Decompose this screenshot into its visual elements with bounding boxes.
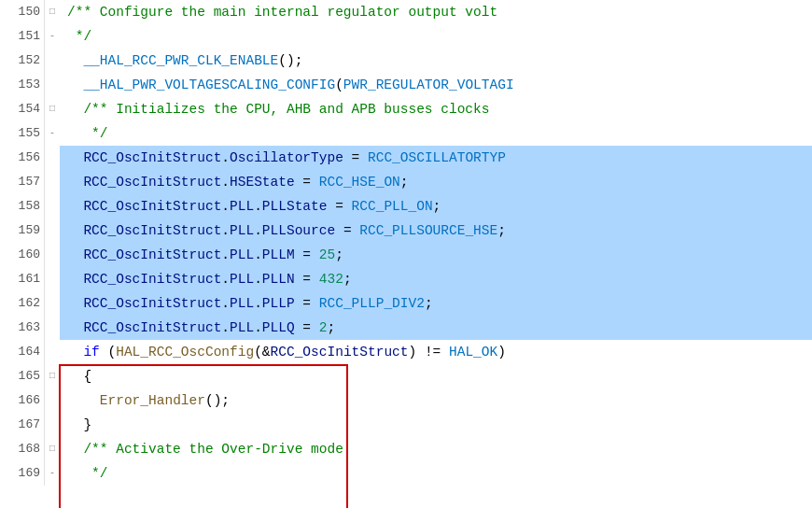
- line-content: __HAL_PWR_VOLTAGESCALING_CONFIG(PWR_REGU…: [60, 73, 812, 97]
- line-number: 168: [0, 437, 45, 461]
- line-content: */: [60, 461, 812, 486]
- fold-icon: [45, 243, 60, 267]
- line-content: __HAL_RCC_PWR_CLK_ENABLE();: [60, 49, 812, 73]
- fold-icon: [45, 413, 60, 437]
- line-number: 158: [0, 194, 45, 219]
- table-row: 154 □ /** Initializes the CPU, AHB and A…: [0, 97, 812, 121]
- line-number: 156: [0, 146, 45, 170]
- line-content: RCC_OscInitStruct.PLL.PLLQ = 2;: [60, 316, 812, 340]
- fold-icon[interactable]: -: [45, 121, 60, 146]
- line-content: /** Configure the main internal regulato…: [60, 0, 812, 24]
- fold-icon: [45, 316, 60, 340]
- line-number: 161: [0, 267, 45, 291]
- fold-icon: [45, 388, 60, 413]
- fold-icon[interactable]: -: [45, 461, 60, 486]
- line-content: RCC_OscInitStruct.PLL.PLLP = RCC_PLLP_DI…: [60, 291, 812, 316]
- table-row: 150 □ /** Configure the main internal re…: [0, 0, 812, 24]
- line-number: 165: [0, 364, 45, 388]
- table-row: 153 __HAL_PWR_VOLTAGESCALING_CONFIG(PWR_…: [0, 73, 812, 97]
- line-number: 162: [0, 291, 45, 316]
- line-content: */: [60, 121, 812, 146]
- line-number: 166: [0, 388, 45, 413]
- table-row: 152 __HAL_RCC_PWR_CLK_ENABLE();: [0, 49, 812, 73]
- fold-icon: [45, 146, 60, 170]
- fold-icon: [45, 291, 60, 316]
- table-row: 168 □ /** Activate the Over-Drive mode: [0, 437, 812, 461]
- table-row: 151 - */: [0, 24, 812, 49]
- fold-icon[interactable]: -: [45, 24, 60, 49]
- line-content: RCC_OscInitStruct.PLL.PLLSource = RCC_PL…: [60, 219, 812, 243]
- code-editor: 150 □ /** Configure the main internal re…: [0, 0, 812, 508]
- fold-icon[interactable]: □: [45, 364, 60, 388]
- line-content: }: [60, 413, 812, 437]
- line-number: 154: [0, 97, 45, 121]
- table-row: 166 Error_Handler();: [0, 388, 812, 413]
- fold-icon: [45, 194, 60, 219]
- table-row: 156 RCC_OscInitStruct.OscillatorType = R…: [0, 146, 812, 170]
- line-number: 169: [0, 461, 45, 486]
- table-row: 159 RCC_OscInitStruct.PLL.PLLSource = RC…: [0, 219, 812, 243]
- fold-icon[interactable]: □: [45, 0, 60, 24]
- line-number: 159: [0, 219, 45, 243]
- table-row: 160 RCC_OscInitStruct.PLL.PLLM = 25;: [0, 243, 812, 267]
- fold-icon[interactable]: □: [45, 437, 60, 461]
- line-content: /** Initializes the CPU, AHB and APB bus…: [60, 97, 812, 121]
- line-number: 167: [0, 413, 45, 437]
- line-number: 157: [0, 170, 45, 194]
- fold-icon: [45, 340, 60, 364]
- table-row: 164 if (HAL_RCC_OscConfig(&RCC_OscInitSt…: [0, 340, 812, 364]
- table-row: 157 RCC_OscInitStruct.HSEState = RCC_HSE…: [0, 170, 812, 194]
- line-number: 152: [0, 49, 45, 73]
- line-number: 160: [0, 243, 45, 267]
- line-content: /** Activate the Over-Drive mode: [60, 437, 812, 461]
- fold-icon: [45, 267, 60, 291]
- table-row: 165 □ {: [0, 364, 812, 388]
- line-content: RCC_OscInitStruct.PLL.PLLN = 432;: [60, 267, 812, 291]
- line-content: RCC_OscInitStruct.HSEState = RCC_HSE_ON;: [60, 170, 812, 194]
- table-row: 163 RCC_OscInitStruct.PLL.PLLQ = 2;: [0, 316, 812, 340]
- line-number: 164: [0, 340, 45, 364]
- fold-icon: [45, 49, 60, 73]
- line-number: 153: [0, 73, 45, 97]
- fold-icon: [45, 73, 60, 97]
- line-number: 163: [0, 316, 45, 340]
- line-number: 151: [0, 24, 45, 49]
- table-row: 169 - */: [0, 461, 812, 486]
- line-content: if (HAL_RCC_OscConfig(&RCC_OscInitStruct…: [60, 340, 812, 364]
- line-content: RCC_OscInitStruct.OscillatorType = RCC_O…: [60, 146, 812, 170]
- code-lines: 150 □ /** Configure the main internal re…: [0, 0, 812, 486]
- fold-icon[interactable]: □: [45, 97, 60, 121]
- table-row: 161 RCC_OscInitStruct.PLL.PLLN = 432;: [0, 267, 812, 291]
- table-row: 167 }: [0, 413, 812, 437]
- table-row: 162 RCC_OscInitStruct.PLL.PLLP = RCC_PLL…: [0, 291, 812, 316]
- line-number: 150: [0, 0, 45, 24]
- line-content: RCC_OscInitStruct.PLL.PLLM = 25;: [60, 243, 812, 267]
- table-row: 155 - */: [0, 121, 812, 146]
- table-row: 158 RCC_OscInitStruct.PLL.PLLState = RCC…: [0, 194, 812, 219]
- fold-icon: [45, 219, 60, 243]
- fold-icon: [45, 170, 60, 194]
- line-number: 155: [0, 121, 45, 146]
- line-content: Error_Handler();: [60, 388, 812, 413]
- line-content: {: [60, 364, 812, 388]
- line-content: RCC_OscInitStruct.PLL.PLLState = RCC_PLL…: [60, 194, 812, 219]
- line-content: */: [60, 24, 812, 49]
